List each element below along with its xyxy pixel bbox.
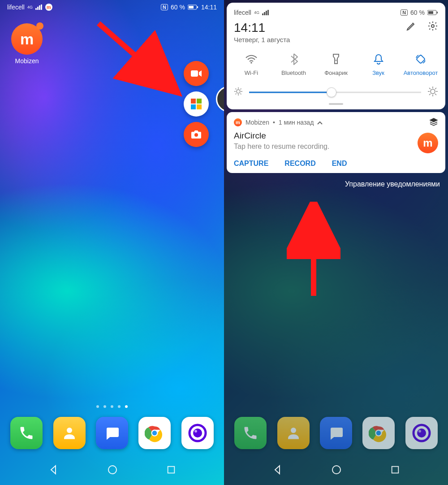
dock-messages[interactable] (320, 417, 352, 449)
settings-icon[interactable] (427, 21, 438, 33)
autorotate-icon (403, 52, 438, 66)
annotation-arrow (94, 19, 188, 100)
signal-icon (262, 10, 269, 15)
svg-point-12 (194, 430, 197, 433)
chevron-up-icon[interactable] (317, 119, 323, 126)
svg-line-29 (236, 94, 237, 95)
nav-back-button[interactable] (48, 464, 59, 477)
svg-line-27 (236, 89, 237, 90)
svg-point-18 (431, 25, 434, 27)
carrier-label: lifecell (234, 9, 251, 16)
brightness-row (234, 86, 438, 99)
status-bar: lifecell 4G N 60 % (234, 9, 438, 16)
toggle-bluetooth[interactable]: Bluetooth (276, 52, 311, 76)
annotation-arrow (287, 202, 340, 300)
svg-point-22 (237, 90, 240, 93)
dock-camera[interactable] (181, 417, 214, 449)
notif-group-icon[interactable] (429, 117, 438, 128)
dock-contacts[interactable] (277, 417, 310, 449)
network-label: 4G (27, 5, 33, 9)
notif-action-record[interactable]: RECORD (284, 160, 315, 168)
notif-body: Tap here to resume recording. (234, 143, 438, 151)
svg-rect-14 (168, 467, 174, 473)
bluetooth-icon (276, 52, 311, 66)
network-label: 4G (254, 10, 259, 15)
svg-point-41 (291, 428, 296, 433)
battery-label: 60 % (171, 4, 185, 11)
toggle-torch[interactable]: Фонарик (319, 52, 353, 76)
mobizen-icon: m (11, 23, 43, 55)
dock-messages[interactable] (96, 417, 128, 449)
nfc-icon: N (161, 4, 168, 10)
battery-label: 60 % (410, 9, 425, 16)
dock (0, 417, 224, 449)
svg-rect-2 (197, 6, 198, 8)
notif-app-name: Mobizen (246, 119, 269, 126)
status-bar: lifecell 4G m N 60 % 14:11 (0, 0, 224, 14)
toggle-label: Bluetooth (276, 69, 311, 76)
toggle-wifi[interactable]: Wi-Fi (234, 52, 269, 76)
dock-contacts[interactable] (53, 417, 86, 449)
notification-shade: lifecell 4G N 60 % 14:11 Четв (224, 0, 448, 188)
nfc-icon: N (401, 9, 408, 16)
toggle-label: Фонарик (319, 69, 353, 76)
battery-icon (427, 10, 438, 15)
phone-left: lifecell 4G m N 60 % 14:11 m Mobizen (0, 0, 224, 485)
svg-line-5 (99, 23, 170, 86)
svg-point-47 (418, 430, 421, 433)
notif-when: 1 мин назад (279, 119, 314, 126)
nav-bar (0, 456, 224, 485)
quick-settings-panel: lifecell 4G N 60 % 14:11 Четв (227, 3, 445, 109)
svg-line-39 (435, 88, 436, 89)
shade-drag-handle[interactable] (329, 103, 343, 105)
edit-icon[interactable] (406, 21, 417, 33)
notif-title: AirCircle (234, 131, 438, 141)
svg-rect-1 (189, 6, 194, 9)
dock-phone[interactable] (234, 417, 267, 449)
notification-card[interactable]: m Mobizen • 1 мин назад AirCircle Tap he… (227, 112, 445, 173)
nav-recent-button[interactable] (166, 465, 176, 476)
brightness-slider[interactable] (249, 87, 421, 98)
svg-line-38 (429, 94, 431, 95)
svg-point-4 (194, 133, 198, 137)
notif-action-end[interactable]: END (332, 160, 347, 168)
svg-line-28 (241, 94, 241, 95)
signal-icon (35, 4, 43, 10)
svg-point-48 (332, 466, 340, 474)
svg-line-30 (241, 89, 241, 90)
notif-action-capture[interactable]: CAPTURE (234, 160, 268, 168)
app-label: Mobizen (7, 57, 47, 65)
svg-rect-17 (437, 12, 438, 13)
svg-line-37 (435, 94, 436, 95)
page-indicator (0, 405, 224, 408)
nav-home-button[interactable] (331, 464, 342, 477)
toggle-label: Автоповорот (403, 69, 438, 76)
svg-rect-16 (428, 11, 433, 14)
toggle-label: Звук (361, 69, 396, 76)
battery-icon (188, 4, 198, 10)
dock (224, 417, 448, 449)
app-mobizen[interactable]: m Mobizen (7, 23, 47, 65)
manage-notifications-link[interactable]: Управление уведомлениями (224, 173, 448, 188)
flashlight-icon (319, 52, 353, 66)
dock-chrome[interactable] (138, 417, 171, 449)
svg-point-13 (108, 466, 116, 474)
nav-recent-button[interactable] (390, 465, 400, 476)
notif-large-icon: m (418, 133, 438, 153)
brightness-high-icon (427, 86, 438, 99)
toggle-sound[interactable]: Звук (361, 52, 396, 76)
dock-phone[interactable] (10, 417, 43, 449)
mobizen-status-icon: m (45, 4, 52, 11)
dock-chrome[interactable] (362, 417, 395, 449)
toggle-autorotate[interactable]: Автоповорот (403, 52, 438, 76)
dock-camera[interactable] (405, 417, 438, 449)
nav-bar (224, 456, 448, 485)
wifi-icon (234, 52, 269, 66)
svg-point-11 (193, 429, 202, 437)
aircircle-capture-button[interactable] (184, 122, 209, 147)
svg-point-19 (250, 62, 252, 64)
nav-home-button[interactable] (107, 464, 118, 477)
carrier-label: lifecell (7, 4, 25, 11)
nav-back-button[interactable] (272, 464, 283, 477)
svg-point-31 (431, 89, 435, 94)
